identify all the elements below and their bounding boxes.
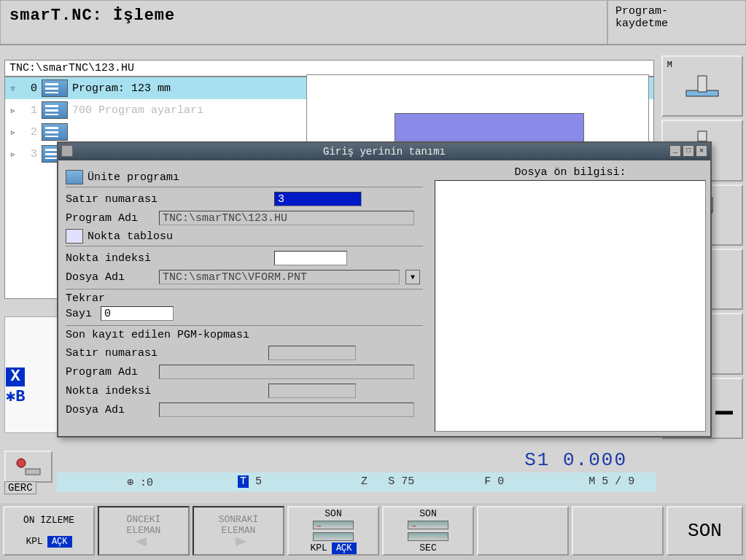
tree-label: Program: 123 mm <box>72 82 171 95</box>
saved-file-label: Dosya Adı <box>66 404 153 416</box>
item-icon <box>42 123 68 141</box>
tree-num: 0 <box>23 82 37 95</box>
axis-x-label: X <box>6 368 25 386</box>
line-number-label: Satır numarası <box>66 193 175 206</box>
dialog-preview: Dosya ön bilgisi: <box>430 160 710 436</box>
section-point-table: Nokta tablosu <box>66 227 423 246</box>
machine-icon <box>680 71 724 101</box>
saved-program-field <box>159 365 414 379</box>
count-input[interactable]: 0 <box>101 306 174 321</box>
saved-point-index-label: Nokta indeksi <box>66 385 175 397</box>
tree-num: 1 <box>23 104 37 117</box>
line-number-input[interactable]: 3 <box>274 192 362 206</box>
svg-rect-2 <box>698 131 707 141</box>
point-table-icon <box>66 229 83 244</box>
program-icon <box>42 79 68 97</box>
axis-display: X ✱B <box>6 368 50 406</box>
dialog-icon <box>61 145 73 157</box>
entry-point-dialog: Giriş yerinin tanımı _ □ ✕ Ünite program… <box>57 141 712 438</box>
progress-icon: → <box>408 521 448 529</box>
minimize-icon[interactable]: _ <box>669 145 681 157</box>
softkey-empty-2[interactable] <box>572 506 664 556</box>
z-label: Z <box>361 475 368 489</box>
ack-tag: AÇK <box>47 536 72 548</box>
file-preview-label: Dosya ön bilgisi: <box>435 165 706 180</box>
softkey-bar: ÖN İZLEME KPL AÇK ÖNCEKİ ELEMAN SONRAKİ … <box>0 503 746 560</box>
dialog-titlebar[interactable]: Giriş yerinin tanımı _ □ ✕ <box>58 143 710 160</box>
m-label: M <box>667 60 672 69</box>
t-value: 5 <box>255 475 262 488</box>
axis-b-label: ✱B <box>6 388 25 406</box>
softkey-prev-element[interactable]: ÖNCEKİ ELEMAN <box>98 506 190 556</box>
expand-icon[interactable]: ▹ <box>9 147 18 161</box>
status-values: ⊕ :0 T 5 Z S 75 F 0 M 5 / 9 <box>57 472 656 492</box>
file-name-field[interactable]: TNC:\smarTNC\VFORM.PNT <box>159 270 400 284</box>
maximize-icon[interactable]: □ <box>683 145 694 157</box>
svg-marker-17 <box>135 537 147 546</box>
softkey-son[interactable]: SON <box>667 506 743 556</box>
section-unit-program: Ünite programı <box>66 168 423 187</box>
spindle-display: S1 0.000 <box>57 449 656 471</box>
program-name-field: TNC:\smarTNC\123.HU <box>159 211 414 225</box>
sec-label: SEC <box>419 542 436 553</box>
section-label: Ünite programı <box>88 171 179 184</box>
ack-tag: AÇK <box>332 542 357 554</box>
softkey-empty-1[interactable] <box>477 506 569 556</box>
sk-label: SONRAKİ <box>219 514 259 525</box>
point-index-label: Nokta indeksi <box>66 252 175 265</box>
sk-label: ÖNCEKİ <box>127 514 161 525</box>
gerc-label: GERC <box>4 481 36 494</box>
softkey-son-sec[interactable]: SON → SEC <box>382 506 474 556</box>
origin-value: ⊕ :0 <box>127 475 153 489</box>
softkey-preview[interactable]: ÖN İZLEME KPL AÇK <box>3 506 95 556</box>
expand-icon[interactable]: ▹ <box>9 125 18 139</box>
s-value: S 75 <box>388 475 414 489</box>
saved-file-field <box>159 402 414 417</box>
status-bar: S1 0.000 ⊕ :0 T 5 Z S 75 F 0 M 5 / 9 <box>0 446 656 490</box>
f-value: F 0 <box>484 475 504 489</box>
program-name-label: Program Adı <box>66 212 153 225</box>
settings-icon <box>42 101 68 119</box>
saved-point-index-field <box>268 384 356 398</box>
softkey-son-kpl[interactable]: SON → KPL AÇK <box>287 506 379 556</box>
dropdown-icon[interactable]: ▼ <box>405 270 420 284</box>
arrow-left-icon <box>129 536 158 548</box>
t-indicator: T <box>238 475 249 488</box>
minus-icon <box>711 400 737 426</box>
machine-button[interactable]: M <box>661 55 743 117</box>
expand-icon[interactable]: ▿ <box>9 82 18 96</box>
progress-icon: → <box>313 521 354 529</box>
sk-label2: ELEMAN <box>222 525 256 536</box>
unit-program-icon <box>66 170 83 184</box>
saved-line-field <box>268 346 356 360</box>
saved-program-label: Program Adı <box>66 366 153 378</box>
softkey-next-element[interactable]: SONRAKİ ELEMAN <box>193 506 284 556</box>
mode-label: Program- kaydetme <box>607 0 746 44</box>
arrow-right-icon <box>224 536 253 548</box>
last-saved-label: Son kayıt edilen PGM-kopması <box>66 329 423 341</box>
app-title: smarT.NC: İşleme <box>0 0 607 44</box>
expand-icon[interactable]: ▹ <box>9 104 18 117</box>
kpl-label: KPL <box>310 542 327 553</box>
sk-label2: ELEMAN <box>127 525 161 536</box>
repeat-label: Tekrar <box>66 292 423 305</box>
close-icon[interactable]: ✕ <box>696 145 707 157</box>
mode-l2: kaydetme <box>615 18 738 30</box>
svg-point-15 <box>17 459 26 467</box>
file-name-label: Dosya Adı <box>66 271 153 284</box>
status-icon-button[interactable] <box>4 451 53 483</box>
sk-label: SON <box>419 508 436 519</box>
mode-l1: Program- <box>615 5 738 18</box>
saved-line-label: Satır numarası <box>66 347 175 359</box>
svg-rect-1 <box>698 76 707 92</box>
dialog-title-text: Giriş yerinin tanımı <box>323 146 446 158</box>
count-label: Sayı <box>66 308 95 320</box>
progress-icon <box>408 532 448 541</box>
point-index-input[interactable] <box>274 251 347 265</box>
probe-icon <box>14 456 43 478</box>
svg-marker-18 <box>236 537 247 546</box>
tree-num: 3 <box>23 148 37 160</box>
svg-rect-16 <box>26 469 40 475</box>
file-preview-area <box>435 180 706 432</box>
section-label: Nokta tablosu <box>88 230 173 243</box>
